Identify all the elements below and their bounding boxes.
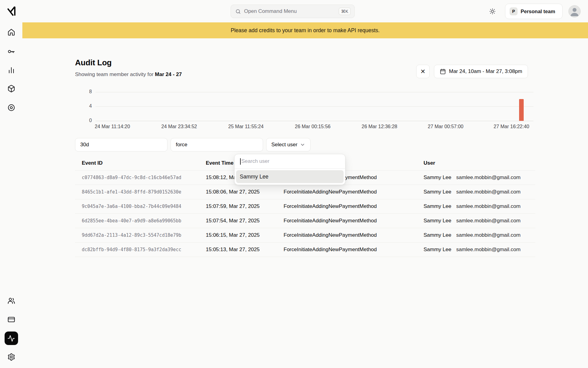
explore-icon [7, 104, 15, 112]
close-icon: ✕ [420, 68, 426, 75]
x-tick-3: 26 Mar 00:15:56 [295, 124, 331, 129]
usage-chart-icon [7, 66, 15, 74]
sidebar-item-billing[interactable] [5, 313, 18, 326]
table-row: dc82bffb-94d9-4f80-8175-9a3f2da39ecc 15:… [75, 243, 535, 257]
user-search-row [235, 154, 345, 169]
user-option-label: Sammy Lee [240, 174, 268, 180]
chevron-down-icon [300, 142, 305, 148]
user-email: samlee.mobbin@gmail.com [456, 189, 521, 195]
audit-log-icon [7, 335, 15, 342]
event-id: 8465c1b1-afe1-43dd-8ffd-879d0152630e [82, 189, 181, 195]
audit-activity-chart: 8 4 0 24 Mar 11:14:20 24 Mar 23:34:52 25… [96, 92, 533, 121]
settings-icon [7, 353, 15, 361]
command-menu-shortcut: ⌘K [339, 8, 351, 15]
gridline-4 [96, 106, 533, 107]
person-icon [569, 6, 580, 17]
user-search-input[interactable] [235, 154, 345, 168]
x-tick-2: 25 Mar 11:55:24 [228, 124, 263, 129]
event-name: ForceInitiateAddingNewPaymentMethod [284, 247, 377, 253]
command-menu-placeholder: Open Command Menu [244, 8, 339, 14]
chart-bar [519, 99, 524, 121]
user-name: Sammy Lee [424, 247, 451, 253]
x-tick-1: 24 Mar 23:34:52 [161, 124, 197, 129]
api-keys-icon [7, 48, 15, 56]
y-tick-8: 8 [81, 89, 92, 94]
team-icon [7, 297, 15, 305]
subtitle-prefix: Showing team member activity for [75, 71, 155, 77]
x-tick-5: 27 Mar 00:57:00 [428, 124, 464, 129]
sidebar-item-explore[interactable] [5, 101, 18, 114]
x-tick-4: 26 Mar 12:36:28 [362, 124, 398, 129]
sidebar-item-models[interactable] [5, 82, 18, 95]
user-email: samlee.mobbin@gmail.com [456, 218, 521, 224]
calendar-icon [440, 68, 446, 75]
sidebar-item-settings[interactable] [5, 350, 18, 364]
user-select-dropdown: Sammy Lee [234, 154, 345, 185]
header-event-id: Event ID [82, 160, 103, 166]
user-option[interactable]: Sammy Lee [236, 170, 344, 183]
team-name-label: Personal team [521, 9, 555, 14]
page-title: Audit Log [75, 58, 112, 67]
x-tick-6: 27 Mar 16:22:40 [494, 124, 530, 129]
sidebar-item-home[interactable] [5, 25, 18, 39]
event-time: 15:05:13, Mar 27, 2025 [206, 247, 260, 253]
theme-toggle-button[interactable] [488, 6, 497, 16]
table-row: 9dd67d2a-2113-4a12-89c3-5547cd18e79b 15:… [75, 228, 535, 243]
table-row: 6d2855ee-4bea-40e7-a9d9-a8e6a99065bb 15:… [75, 214, 535, 228]
models-icon [7, 85, 15, 93]
event-search-input[interactable] [171, 138, 263, 151]
team-initial-badge: P [510, 7, 518, 15]
event-id: c0774863-d8a9-47dc-9c8d-c16cb46e57ad [82, 175, 181, 180]
event-time: 15:06:15, Mar 27, 2025 [206, 232, 260, 238]
header-user: User [424, 160, 435, 166]
search-icon [235, 9, 241, 14]
user-email: samlee.mobbin@gmail.com [456, 247, 521, 253]
user-email: samlee.mobbin@gmail.com [456, 232, 521, 238]
command-menu-input[interactable]: Open Command Menu ⌘K [231, 5, 355, 18]
select-user-button[interactable]: Select user [266, 138, 311, 151]
event-id: 6d2855ee-4bea-40e7-a9d9-a8e6a99065bb [82, 218, 181, 224]
credits-warning-banner: Please add credits to your team in order… [22, 22, 588, 38]
event-time: 15:08:06, Mar 27, 2025 [206, 189, 260, 195]
date-range-button[interactable]: Mar 24, 10am - Mar 27, 3:08pm [434, 65, 528, 78]
user-name: Sammy Lee [424, 218, 451, 224]
select-user-label: Select user [271, 142, 297, 148]
xai-logo[interactable] [6, 6, 16, 16]
event-id: 9c045a7e-3a6a-4100-bba2-7b44c09e9484 [82, 204, 181, 209]
subtitle-date-range: Mar 24 - 27 [155, 71, 182, 77]
sidebar [0, 0, 22, 368]
sidebar-item-usage[interactable] [5, 63, 18, 77]
event-id: 9dd67d2a-2113-4a12-89c3-5547cd18e79b [82, 232, 181, 238]
event-time: 15:07:54, Mar 27, 2025 [206, 218, 260, 224]
user-name: Sammy Lee [424, 232, 451, 238]
sun-icon [489, 8, 496, 15]
event-name: ForceInitiateAddingNewPaymentMethod [284, 232, 377, 238]
user-avatar[interactable] [568, 5, 581, 17]
gridline-8 [96, 92, 533, 92]
period-filter-input[interactable] [75, 138, 168, 151]
user-email: samlee.mobbin@gmail.com [456, 174, 521, 181]
user-name: Sammy Lee [424, 189, 451, 195]
x-tick-0: 24 Mar 11:14:20 [95, 124, 130, 129]
sidebar-item-team[interactable] [5, 294, 18, 308]
team-switcher-button[interactable]: P Personal team [505, 4, 563, 19]
user-name: Sammy Lee [424, 203, 451, 209]
header-event-time: Event Time [206, 160, 233, 166]
page-subtitle: Showing team member activity for Mar 24 … [75, 71, 182, 78]
banner-message: Please add credits to your team in order… [231, 27, 379, 34]
y-tick-4: 4 [81, 103, 92, 109]
billing-icon [7, 316, 15, 324]
user-email: samlee.mobbin@gmail.com [456, 203, 521, 209]
clear-date-range-button[interactable]: ✕ [416, 65, 430, 78]
event-name: ForceInitiateAddingNewPaymentMethod [284, 203, 377, 209]
sidebar-item-api-keys[interactable] [5, 45, 18, 58]
home-icon [7, 28, 15, 36]
user-options-list: Sammy Lee [235, 169, 345, 185]
y-tick-0: 0 [81, 118, 92, 123]
table-row: 9c045a7e-3a6a-4100-bba2-7b44c09e9484 15:… [75, 199, 535, 214]
sidebar-item-audit-log[interactable] [5, 332, 18, 345]
event-id: dc82bffb-94d9-4f80-8175-9a3f2da39ecc [82, 247, 181, 252]
text-caret [240, 158, 241, 165]
user-name: Sammy Lee [424, 174, 451, 181]
event-time: 15:07:59, Mar 27, 2025 [206, 203, 260, 209]
